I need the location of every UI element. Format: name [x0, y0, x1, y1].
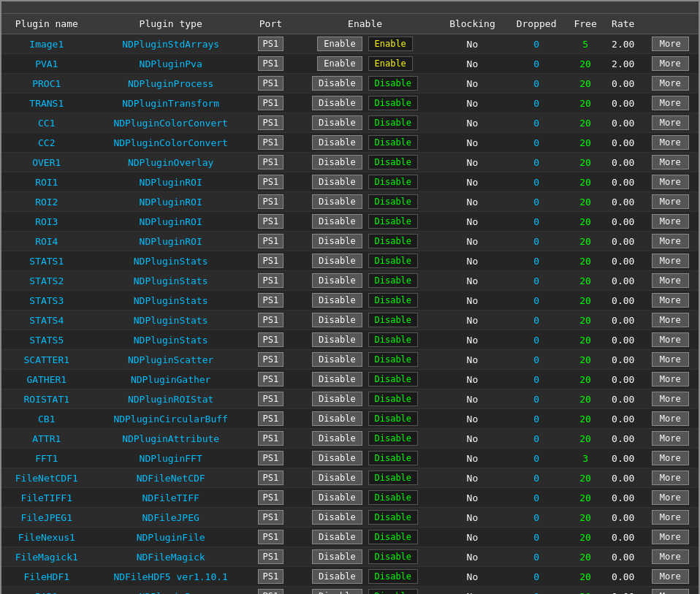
table-row: FFT1 NDPluginFFT PS1 Disable Disable No …	[1, 449, 699, 468]
more-button[interactable]: More	[652, 471, 689, 485]
more-button[interactable]: More	[652, 194, 689, 209]
dropped-cell: 0	[506, 54, 566, 74]
enable-button[interactable]: Disable	[312, 451, 362, 465]
more-button[interactable]: More	[652, 332, 689, 347]
more-button[interactable]: More	[652, 549, 689, 564]
enable-button[interactable]: Disable	[312, 589, 362, 594]
more-button[interactable]: More	[652, 313, 689, 327]
more-button[interactable]: More	[652, 273, 689, 288]
more-button[interactable]: More	[652, 254, 689, 268]
enable-button[interactable]: Disable	[312, 332, 362, 347]
enable-button[interactable]: Disable	[312, 293, 362, 308]
port-button[interactable]: PS1	[258, 56, 284, 71]
enable-button[interactable]: Enable	[317, 56, 362, 71]
enable-button[interactable]: Disable	[312, 214, 362, 229]
more-button[interactable]: More	[652, 135, 689, 150]
port-button[interactable]: PS1	[258, 76, 284, 91]
port-button[interactable]: PS1	[258, 549, 284, 564]
port-button[interactable]: PS1	[258, 194, 284, 209]
more-button[interactable]: More	[652, 155, 689, 170]
port-button[interactable]: PS1	[258, 510, 284, 525]
enable-button[interactable]: Disable	[312, 490, 362, 505]
more-button[interactable]: More	[652, 115, 689, 130]
more-button[interactable]: More	[652, 214, 689, 229]
enable-button[interactable]: Disable	[312, 549, 362, 564]
more-button[interactable]: More	[652, 530, 689, 544]
port-button[interactable]: PS1	[258, 115, 284, 130]
more-button[interactable]: More	[652, 37, 689, 51]
port-button[interactable]: PS1	[258, 589, 284, 594]
port-button[interactable]: PS1	[258, 96, 284, 110]
more-button[interactable]: More	[652, 352, 689, 367]
port-button[interactable]: PS1	[258, 37, 284, 51]
port-button[interactable]: PS1	[258, 569, 284, 584]
port-button[interactable]: PS1	[258, 155, 284, 170]
blocking-cell: No	[438, 192, 506, 212]
port-button[interactable]: PS1	[258, 273, 284, 288]
plugin-name-cell: FileNexus1	[1, 528, 92, 547]
enable-button[interactable]: Disable	[312, 96, 362, 110]
enable-button[interactable]: Disable	[312, 411, 362, 426]
more-button[interactable]: More	[652, 569, 689, 584]
enable-button[interactable]: Disable	[312, 115, 362, 130]
enable-button[interactable]: Disable	[312, 175, 362, 189]
port-button[interactable]: PS1	[258, 490, 284, 505]
rate-cell: 0.00	[604, 232, 642, 251]
port-button[interactable]: PS1	[258, 411, 284, 426]
enable-button[interactable]: Disable	[312, 254, 362, 268]
enable-button[interactable]: Disable	[312, 76, 362, 91]
more-button[interactable]: More	[652, 411, 689, 426]
enable-button[interactable]: Disable	[312, 431, 362, 446]
port-button[interactable]: PS1	[258, 175, 284, 189]
more-button[interactable]: More	[652, 510, 689, 525]
more-button[interactable]: More	[652, 451, 689, 465]
rate-cell: 0.00	[604, 153, 642, 172]
enable-button[interactable]: Disable	[312, 194, 362, 209]
more-cell: More	[642, 587, 699, 595]
more-button[interactable]: More	[652, 431, 689, 446]
table-row: CC2 NDPluginColorConvert PS1 Disable Dis…	[1, 133, 699, 153]
port-button[interactable]: PS1	[258, 214, 284, 229]
port-button[interactable]: PS1	[258, 451, 284, 465]
port-button[interactable]: PS1	[258, 293, 284, 308]
more-button[interactable]: More	[652, 175, 689, 189]
more-cell: More	[642, 449, 699, 468]
port-cell: PS1	[250, 212, 292, 232]
blocking-cell: No	[438, 429, 506, 449]
port-button[interactable]: PS1	[258, 392, 284, 406]
more-button[interactable]: More	[652, 589, 689, 594]
enable-button[interactable]: Disable	[312, 392, 362, 406]
more-button[interactable]: More	[652, 76, 689, 91]
port-button[interactable]: PS1	[258, 372, 284, 387]
enable-button[interactable]: Disable	[312, 471, 362, 485]
more-button[interactable]: More	[652, 372, 689, 387]
port-button[interactable]: PS1	[258, 431, 284, 446]
port-button[interactable]: PS1	[258, 530, 284, 544]
more-button[interactable]: More	[652, 96, 689, 110]
enable-button[interactable]: Disable	[312, 510, 362, 525]
enable-button[interactable]: Disable	[312, 273, 362, 288]
enable-button[interactable]: Disable	[312, 135, 362, 150]
enable-button[interactable]: Disable	[312, 530, 362, 544]
more-button[interactable]: More	[652, 392, 689, 406]
more-button[interactable]: More	[652, 56, 689, 71]
port-button[interactable]: PS1	[258, 254, 284, 268]
more-button[interactable]: More	[652, 234, 689, 248]
enable-button[interactable]: Disable	[312, 155, 362, 170]
port-button[interactable]: PS1	[258, 234, 284, 248]
port-button[interactable]: PS1	[258, 135, 284, 150]
enable-button[interactable]: Disable	[312, 313, 362, 327]
enable-button[interactable]: Enable	[317, 37, 362, 51]
free-cell: 3	[566, 449, 604, 468]
more-button[interactable]: More	[652, 293, 689, 308]
port-button[interactable]: PS1	[258, 471, 284, 485]
enable-button[interactable]: Disable	[312, 372, 362, 387]
port-button[interactable]: PS1	[258, 352, 284, 367]
more-button[interactable]: More	[652, 490, 689, 505]
enable-button[interactable]: Disable	[312, 569, 362, 584]
enable-button[interactable]: Disable	[312, 234, 362, 248]
enable-button[interactable]: Disable	[312, 352, 362, 367]
port-button[interactable]: PS1	[258, 332, 284, 347]
more-cell: More	[642, 153, 699, 172]
port-button[interactable]: PS1	[258, 313, 284, 327]
